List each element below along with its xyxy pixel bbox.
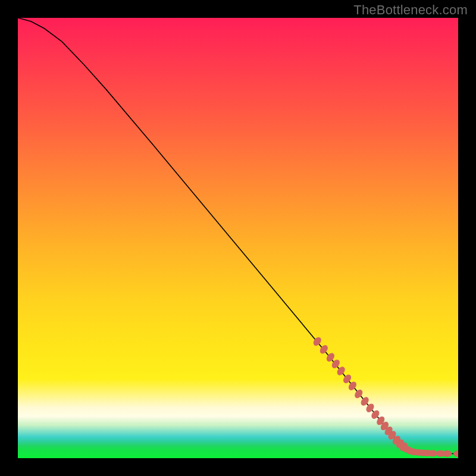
curve-markers [312,336,458,457]
watermark-text: TheBottleneck.com [353,2,468,18]
chart-svg [18,18,458,458]
plot-area [18,18,458,458]
curve-marker [428,450,437,456]
curve-marker [454,451,459,457]
bottleneck-curve [18,18,458,454]
curve-marker [443,450,452,456]
chart-frame: TheBottleneck.com [0,0,476,476]
